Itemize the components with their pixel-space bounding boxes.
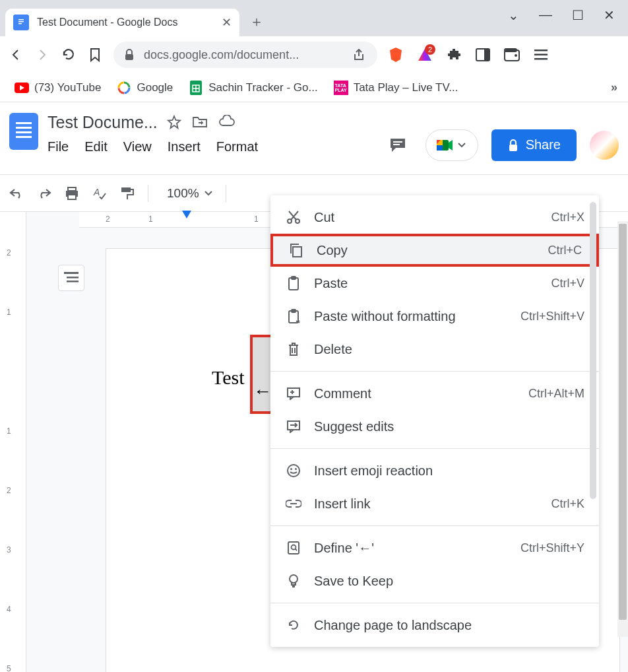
address-bar-row: docs.google.com/document... 2 xyxy=(0,36,628,73)
tab-close-icon[interactable]: ✕ xyxy=(222,15,232,30)
spellcheck-button[interactable]: A xyxy=(92,186,107,201)
document-text[interactable]: Test xyxy=(212,366,245,389)
cloud-icon[interactable] xyxy=(218,115,236,129)
menu-edit[interactable]: Edit xyxy=(84,139,107,154)
ctx-label: Cut xyxy=(314,210,539,225)
docs-logo-icon[interactable] xyxy=(9,113,38,150)
redo-button[interactable] xyxy=(37,187,51,199)
zoom-selector[interactable]: 100% xyxy=(167,186,212,201)
sidepanel-icon[interactable] xyxy=(475,47,491,63)
ctx-shortcut: Ctrl+Shift+V xyxy=(520,310,584,323)
ctx-save-to-keep[interactable]: Save to Keep xyxy=(270,564,599,597)
ctx-shortcut: Ctrl+K xyxy=(551,497,584,511)
ctx-copy[interactable]: CopyCtrl+C xyxy=(270,234,599,267)
ctx-insert-emoji-reaction[interactable]: Insert emoji reaction xyxy=(270,454,599,487)
document-title[interactable]: Test Docume... xyxy=(47,113,158,132)
svg-rect-34 xyxy=(67,277,78,279)
bookmark-google[interactable]: Google xyxy=(113,78,177,98)
suggest-icon xyxy=(285,420,302,433)
svg-point-51 xyxy=(292,545,296,550)
svg-point-9 xyxy=(515,54,517,57)
new-tab-button[interactable]: ＋ xyxy=(245,10,268,34)
paint-format-button[interactable] xyxy=(120,186,135,201)
bookmark-icon[interactable] xyxy=(87,47,103,63)
sheets-icon xyxy=(189,81,203,95)
share-icon[interactable] xyxy=(354,49,367,61)
extensions-icon[interactable] xyxy=(446,47,462,63)
bookmarks-bar: (73) YouTube Google Sachin Tracker - Go.… xyxy=(0,73,628,102)
ctx-paste[interactable]: PasteCtrl+V xyxy=(270,267,599,300)
ctx-define-[interactable]: Define '←'Ctrl+Shift+Y xyxy=(270,531,599,564)
menu-file[interactable]: File xyxy=(47,139,69,154)
main-scrollbar[interactable] xyxy=(617,221,628,637)
indent-marker[interactable] xyxy=(182,211,191,218)
reload-button[interactable] xyxy=(61,47,77,63)
ctx-label: Delete xyxy=(314,342,573,357)
bookmark-tataplay[interactable]: TATAPLAY Tata Play – Live TV... xyxy=(330,78,462,98)
close-icon[interactable]: ✕ xyxy=(604,7,615,23)
brave-shield-icon[interactable] xyxy=(388,47,404,63)
menu-icon[interactable] xyxy=(533,47,549,63)
outline-button[interactable] xyxy=(58,265,84,291)
link-icon xyxy=(285,499,302,508)
bookmark-sheets[interactable]: Sachin Tracker - Go... xyxy=(185,78,321,98)
minimize-icon[interactable]: ― xyxy=(539,7,552,23)
ctx-label: Comment xyxy=(314,386,517,401)
ctx-suggest-edits[interactable]: Suggest edits xyxy=(270,410,599,443)
wallet-icon[interactable] xyxy=(504,47,520,63)
comments-button[interactable] xyxy=(383,131,412,160)
svg-rect-28 xyxy=(68,187,76,191)
ctx-shortcut: Ctrl+V xyxy=(551,277,584,290)
move-icon[interactable] xyxy=(192,115,208,129)
bookmarks-overflow-icon[interactable]: » xyxy=(611,81,617,94)
define-icon xyxy=(285,541,302,555)
svg-rect-27 xyxy=(509,145,517,151)
context-menu-scrollbar[interactable] xyxy=(590,202,596,499)
ctx-shortcut: Ctrl+X xyxy=(551,211,584,224)
lock-icon xyxy=(507,139,519,152)
star-icon[interactable] xyxy=(167,115,181,129)
ctx-delete[interactable]: Delete xyxy=(270,333,599,366)
extensions-area: 2 xyxy=(388,47,549,63)
svg-rect-33 xyxy=(64,272,78,274)
undo-button[interactable] xyxy=(9,187,24,199)
share-label: Share xyxy=(526,137,561,152)
meet-button[interactable] xyxy=(425,129,478,161)
brave-rewards-icon[interactable]: 2 xyxy=(417,47,433,63)
menu-format[interactable]: Format xyxy=(216,139,258,154)
svg-rect-35 xyxy=(67,281,78,283)
ctx-cut[interactable]: CutCtrl+X xyxy=(270,201,599,234)
user-avatar[interactable] xyxy=(590,131,619,160)
forward-button[interactable] xyxy=(34,47,50,63)
ctx-label: Change page to landscape xyxy=(314,618,573,633)
chevron-down-icon[interactable]: ⌄ xyxy=(508,7,519,23)
ctx-comment[interactable]: CommentCtrl+Alt+M xyxy=(270,377,599,410)
browser-tab[interactable]: Test Document - Google Docs ✕ xyxy=(5,9,239,36)
ctx-label: Paste xyxy=(314,276,539,291)
ctx-change-page-to-landscape[interactable]: Change page to landscape xyxy=(270,609,599,642)
docs-menubar: File Edit View Insert Format xyxy=(47,139,383,154)
svg-rect-23 xyxy=(393,144,400,145)
svg-rect-32 xyxy=(121,187,131,192)
menu-insert[interactable]: Insert xyxy=(168,139,201,154)
svg-rect-10 xyxy=(534,50,548,51)
ctx-label: Save to Keep xyxy=(314,574,573,589)
arrow-character: ← xyxy=(253,381,272,402)
svg-rect-1 xyxy=(18,19,24,20)
emoji-icon xyxy=(285,463,302,478)
ctx-insert-link[interactable]: Insert linkCtrl+K xyxy=(270,487,599,520)
keep-icon xyxy=(285,574,302,588)
bookmark-youtube[interactable]: (73) YouTube xyxy=(11,78,105,98)
share-button[interactable]: Share xyxy=(491,129,577,161)
maximize-icon[interactable]: ☐ xyxy=(572,7,584,23)
svg-rect-3 xyxy=(18,23,22,24)
address-bar[interactable]: docs.google.com/document... xyxy=(113,42,377,68)
separator xyxy=(270,371,599,372)
ctx-paste-without-formatting[interactable]: Paste without formattingCtrl+Shift+V xyxy=(270,300,599,333)
menu-view[interactable]: View xyxy=(123,139,152,154)
separator xyxy=(148,185,148,202)
ctx-shortcut: Ctrl+Shift+Y xyxy=(520,541,584,555)
docs-favicon-icon xyxy=(13,15,29,30)
back-button[interactable] xyxy=(8,47,24,63)
print-button[interactable] xyxy=(65,186,79,201)
